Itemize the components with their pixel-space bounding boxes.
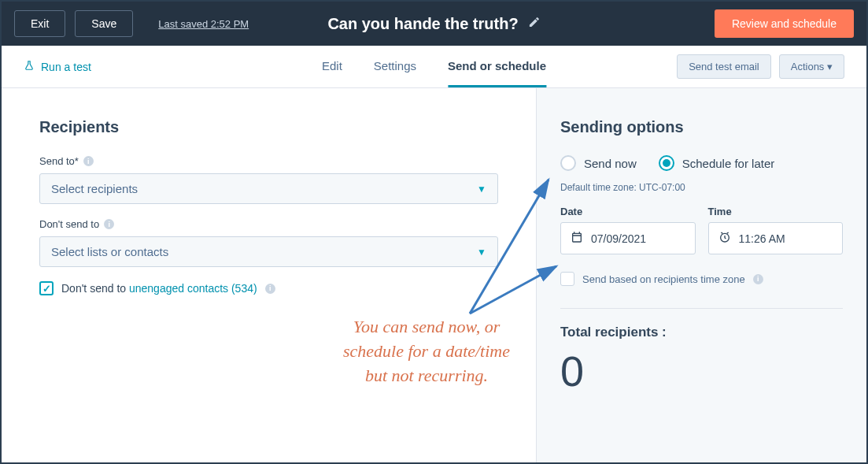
time-column: Time 11:26 AM	[708, 206, 844, 254]
recipient-tz-label: Send based on recipients time zone	[582, 273, 745, 285]
caret-down-icon: ▼	[477, 184, 486, 195]
unengaged-prefix: Don't send to	[61, 282, 129, 295]
send-to-label-text: Send to*	[39, 155, 79, 167]
last-saved-link[interactable]: Last saved 2:52 PM	[158, 18, 249, 30]
send-now-label: Send now	[584, 157, 637, 170]
date-label: Date	[560, 206, 696, 217]
right-actions: Send test email Actions ▾	[677, 54, 844, 79]
send-to-label: Send to* i	[39, 155, 498, 167]
top-bar: Exit Save Last saved 2:52 PM Can you han…	[2, 2, 866, 46]
info-icon[interactable]: i	[753, 274, 763, 284]
caret-down-icon: ▾	[827, 61, 833, 72]
review-schedule-button[interactable]: Review and schedule	[715, 9, 854, 38]
schedule-later-label: Schedule for later	[682, 157, 775, 170]
actions-dropdown[interactable]: Actions ▾	[779, 54, 844, 79]
title-container: Can you hande the truth?	[327, 15, 540, 33]
actions-label: Actions	[791, 61, 825, 72]
unengaged-checkbox[interactable]	[39, 281, 54, 295]
sending-options-panel: Sending options Send now Schedule for la…	[536, 88, 866, 462]
info-icon[interactable]: i	[104, 219, 114, 229]
sub-bar: Run a test Edit Settings Send or schedul…	[2, 46, 866, 88]
send-timing-radios: Send now Schedule for later	[560, 155, 843, 171]
recipient-tz-row: Send based on recipients time zone i	[560, 272, 843, 286]
clock-icon	[718, 231, 731, 246]
exit-button[interactable]: Exit	[14, 10, 65, 37]
datetime-row: Date 07/09/2021 Time 11:26 AM	[560, 206, 843, 254]
time-input[interactable]: 11:26 AM	[708, 222, 844, 254]
caret-down-icon: ▼	[477, 247, 486, 258]
run-test-link[interactable]: Run a test	[24, 60, 91, 73]
timezone-note: Default time zone: UTC-07:00	[560, 182, 843, 193]
calendar-icon	[571, 231, 583, 246]
date-input[interactable]: 07/09/2021	[560, 222, 696, 254]
tab-send-schedule[interactable]: Send or schedule	[448, 46, 546, 87]
tabs: Edit Settings Send or schedule	[322, 46, 546, 87]
pencil-icon[interactable]	[528, 16, 541, 32]
dont-send-placeholder: Select lists or contacts	[51, 245, 168, 258]
sending-options-heading: Sending options	[560, 118, 843, 136]
divider	[560, 308, 843, 309]
date-value: 07/09/2021	[591, 232, 646, 245]
radio-schedule-later[interactable]	[659, 155, 674, 171]
info-icon[interactable]: i	[83, 156, 94, 166]
unengaged-checkbox-row: Don't send to unengaged contacts (534) i	[39, 281, 498, 295]
unengaged-link[interactable]: unengaged contacts (534)	[129, 282, 257, 295]
tab-settings[interactable]: Settings	[374, 46, 416, 87]
flask-icon	[24, 60, 35, 73]
recipients-heading: Recipients	[39, 118, 498, 136]
date-column: Date 07/09/2021	[560, 206, 696, 254]
send-now-option[interactable]: Send now	[560, 155, 637, 171]
recipients-panel: Recipients Send to* i Select recipients …	[2, 88, 536, 462]
dont-send-label-text: Don't send to	[39, 218, 99, 230]
dont-send-label: Don't send to i	[39, 218, 498, 230]
send-to-select[interactable]: Select recipients ▼	[39, 173, 498, 204]
send-to-placeholder: Select recipients	[51, 182, 138, 195]
run-test-label: Run a test	[41, 61, 91, 73]
time-label: Time	[708, 206, 844, 217]
recipient-tz-checkbox[interactable]	[560, 272, 574, 286]
total-recipients-label: Total recipients :	[560, 325, 843, 340]
dont-send-select[interactable]: Select lists or contacts ▼	[39, 236, 498, 267]
schedule-later-option[interactable]: Schedule for later	[659, 155, 775, 171]
page-title: Can you hande the truth?	[327, 15, 518, 33]
unengaged-text: Don't send to unengaged contacts (534)	[61, 282, 257, 295]
time-value: 11:26 AM	[739, 232, 785, 245]
info-icon[interactable]: i	[265, 284, 275, 294]
total-recipients-value: 0	[560, 347, 843, 395]
radio-send-now[interactable]	[560, 155, 576, 171]
save-button[interactable]: Save	[75, 10, 133, 37]
main-content: Recipients Send to* i Select recipients …	[2, 88, 866, 462]
send-test-email-button[interactable]: Send test email	[677, 54, 771, 79]
tab-edit[interactable]: Edit	[322, 46, 342, 87]
